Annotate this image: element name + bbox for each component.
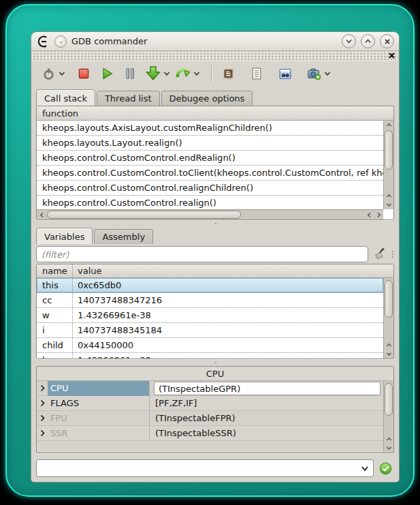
scroll-down-icon[interactable] [384, 444, 394, 453]
send-command-button[interactable] [378, 461, 393, 476]
scrollbar-thumb[interactable] [385, 383, 393, 416]
scroll-down-icon[interactable] [384, 200, 394, 209]
step-over-button[interactable] [174, 64, 192, 83]
tab[interactable]: Variables [36, 228, 93, 244]
maximize-window-button[interactable] [361, 34, 375, 48]
registers-view-button[interactable] [219, 64, 237, 83]
scroll-right-icon[interactable] [374, 210, 383, 220]
callstack-list: kheops.layouts.AxisLayout.customRealignC… [37, 121, 383, 209]
window-menu-button[interactable] [54, 35, 67, 48]
variables-vertical-scrollbar[interactable] [383, 278, 393, 358]
chevron-down-icon [193, 71, 200, 76]
tab[interactable]: Debugee options [161, 91, 253, 106]
chevron-down-icon [59, 71, 65, 76]
callstack-row[interactable]: kheops.control.CustomControl.realignChil… [37, 181, 383, 196]
variable-row[interactable]: i 140737488345184 [37, 323, 383, 338]
clear-filter-button[interactable] [372, 246, 388, 262]
column-name[interactable]: name [37, 264, 73, 277]
continue-button[interactable] [98, 64, 116, 83]
variable-row[interactable]: child 0x44150000 [37, 338, 383, 353]
dock-window-button[interactable] [342, 34, 356, 48]
scroll-left-icon[interactable] [364, 210, 374, 220]
variables-header[interactable]: name value [37, 264, 393, 278]
chip-icon [221, 67, 236, 81]
horizontal-splitter[interactable] [31, 359, 399, 366]
callstack-row[interactable]: kheops.control.CustomControl.endRealign(… [37, 151, 383, 166]
callstack-panel: function kheops.layouts.AxisLayout.custo… [36, 106, 394, 220]
variable-row[interactable]: cc 140737488347216 [37, 293, 383, 308]
window-title: GDB commander [71, 36, 147, 46]
chevron-down-icon [324, 71, 331, 76]
pause-button[interactable] [121, 64, 139, 83]
callstack-horizontal-scrollbar[interactable] [37, 209, 383, 219]
snapshot-options-chevron[interactable] [323, 64, 332, 83]
filter-input[interactable] [36, 246, 368, 262]
watch-window-button[interactable] [276, 64, 294, 83]
callstack-column-header[interactable]: function [37, 106, 393, 121]
combo-dropdown-chevron[interactable] [357, 465, 373, 472]
scrollbar-thumb[interactable] [385, 280, 393, 318]
close-icon [384, 38, 391, 45]
broom-icon [373, 247, 387, 261]
step-into-options-chevron[interactable] [162, 64, 172, 83]
window-frame: GDB commander [5, 4, 415, 497]
scroll-up-icon[interactable] [384, 192, 394, 200]
variable-row[interactable]: w 1.43266961e-38 [37, 308, 383, 323]
cpu-register-row[interactable]: FPU (TInspectableFPR) [37, 411, 383, 426]
column-value[interactable]: value [73, 264, 393, 277]
scroll-up-icon[interactable] [384, 435, 394, 444]
panel-splitter-handle[interactable] [391, 251, 394, 258]
scroll-up-icon[interactable] [384, 121, 394, 129]
expand-chevron-icon[interactable] [37, 414, 48, 422]
start-stop-button[interactable] [39, 64, 57, 83]
callstack-row[interactable]: kheops.control.CustomControl.toClient(kh… [37, 166, 383, 181]
step-over-arrow-icon [175, 65, 191, 82]
close-window-button[interactable] [380, 34, 394, 48]
check-circle-icon [378, 461, 393, 476]
cpu-register-list: CPU (TInspectableGPR) FLAGS [PF,ZF,IF] F… [37, 381, 383, 453]
cpu-register-row[interactable]: CPU (TInspectableGPR) [37, 381, 383, 396]
variables-tabbar: VariablesAssembly [31, 227, 399, 244]
snapshot-button[interactable] [305, 64, 323, 83]
stop-button[interactable] [75, 64, 93, 83]
scroll-up-icon[interactable] [384, 341, 394, 350]
step-into-button[interactable] [144, 64, 162, 83]
variable-row[interactable]: h 1.43266961e-38 [37, 353, 383, 358]
variables-filter-row [31, 245, 399, 264]
callstack-row[interactable]: kheops.layouts.Layout.realign() [37, 136, 383, 151]
callstack-vertical-scrollbar[interactable] [383, 121, 393, 209]
variable-row[interactable]: this 0xc65db0 [37, 278, 383, 293]
output-list-button[interactable] [248, 64, 265, 83]
cpu-register-row[interactable]: SSR (TInspectableSSR) [37, 426, 383, 441]
cpu-inspector-panel: CPU CPU (TInspectableGPR) FLAGS [PF,ZF,I… [36, 366, 394, 453]
horizontal-splitter[interactable] [31, 220, 399, 227]
scrollbar-thumb[interactable] [47, 211, 241, 219]
titlebar[interactable]: GDB commander [31, 32, 399, 51]
chevron-up-icon [364, 38, 372, 44]
tab[interactable]: Assembly [94, 229, 153, 244]
cpu-register-row[interactable]: FLAGS [PF,ZF,IF] [37, 396, 383, 411]
step-over-options-chevron[interactable] [192, 64, 201, 83]
scroll-down-icon[interactable] [384, 350, 394, 358]
tab[interactable]: Call stack [36, 89, 95, 106]
power-icon [42, 66, 56, 81]
start-options-chevron[interactable] [57, 64, 67, 83]
tab[interactable]: Thread list [97, 91, 160, 106]
cpu-panel-title: CPU [37, 367, 393, 381]
expand-chevron-icon[interactable] [37, 429, 48, 437]
callstack-row[interactable]: kheops.layouts.AxisLayout.customRealignC… [37, 121, 383, 136]
cpu-vertical-scrollbar[interactable] [383, 381, 393, 453]
gdb-command-row [31, 456, 399, 480]
variables-list: this 0xc65db0 cc 140737488347216 w 1.432… [37, 278, 383, 358]
chevron-down-icon [345, 38, 353, 44]
dock-handle-strip[interactable] [32, 51, 398, 61]
gdb-command-input[interactable] [41, 461, 357, 476]
panel-close-icon[interactable] [388, 52, 395, 59]
expand-chevron-icon[interactable] [37, 399, 48, 407]
scroll-left-icon[interactable] [37, 210, 46, 220]
scrollbar-thumb[interactable] [385, 130, 393, 170]
gdb-command-combobox[interactable] [36, 459, 374, 477]
expand-chevron-icon[interactable] [37, 384, 48, 392]
callstack-row[interactable]: kheops.control.CustomControl.realign() [37, 196, 383, 209]
callstack-tabbar: Call stackThread listDebugee options [31, 89, 399, 106]
